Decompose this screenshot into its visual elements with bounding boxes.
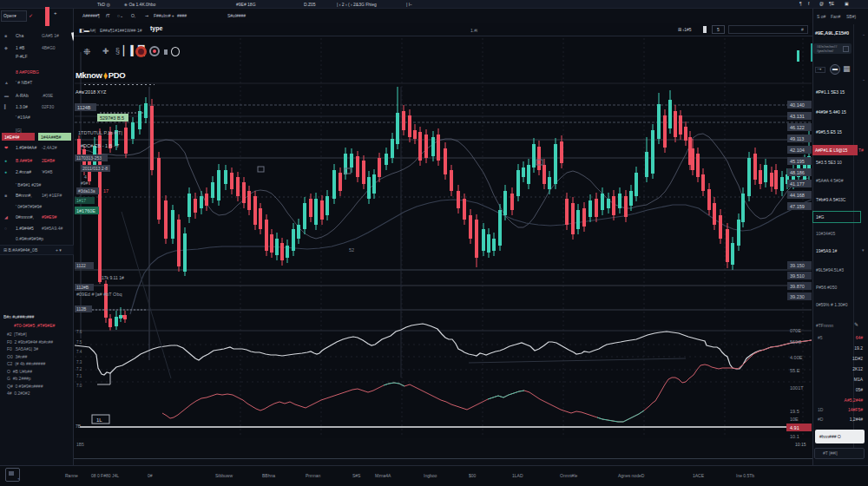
svg-text:39.230: 39.230 — [790, 294, 805, 299]
svg-text:112#B: 112#B — [76, 285, 89, 290]
svg-text:1#1760E: 1#1760E — [76, 208, 95, 213]
svg-text:7B: 7B — [76, 424, 82, 429]
svg-text:112B: 112B — [76, 306, 87, 312]
svg-text:45.195: 45.195 — [790, 159, 805, 164]
svg-text:7.2: 7.2 — [76, 367, 82, 371]
svg-text:19.5: 19.5 — [790, 409, 799, 414]
svg-text:42.104: 42.104 — [790, 148, 805, 153]
svg-text:1124B: 1124B — [77, 105, 91, 110]
svg-text:48.186: 48.186 — [790, 170, 805, 175]
svg-text:1TDTUTUL P.1b #|T|: 1TDTUTUL P.1b #|T| — [78, 130, 122, 135]
svg-text:4.00E: 4.00E — [790, 355, 803, 360]
svg-text:7.6: 7.6 — [76, 330, 82, 334]
svg-text:49.113: 49.113 — [790, 136, 804, 141]
svg-text:1L: 1L — [96, 417, 102, 423]
svg-text:7.4: 7.4 — [76, 350, 82, 354]
svg-text:2011/013 2-8: 2011/013 2-8 — [82, 166, 108, 171]
svg-text:17: 17 — [103, 188, 108, 194]
svg-text:7.1: 7.1 — [76, 374, 82, 378]
svg-text:1170313-253: 1170313-253 — [76, 155, 102, 161]
svg-text:5297#3 B.5: 5297#3 B.5 — [100, 115, 124, 121]
svg-text:44.168: 44.168 — [790, 193, 805, 198]
svg-text:52: 52 — [349, 247, 354, 253]
svg-text:1122: 1122 — [76, 263, 86, 268]
svg-text:#09Ed # [a# #bT Obq: #09Ed # [a# #bT Obq — [76, 292, 122, 297]
svg-text:41.177: 41.177 — [790, 181, 805, 187]
svg-text:1#17: 1#17 — [76, 198, 86, 203]
svg-text:#DC# CB - 1 B - 7: #DC# CB - 1 B - 7 — [81, 143, 119, 148]
svg-text:39.870: 39.870 — [790, 284, 805, 289]
svg-text:39.510: 39.510 — [790, 273, 805, 279]
svg-text:1001T: 1001T — [790, 385, 804, 391]
svg-text:43.131: 43.131 — [790, 114, 805, 119]
svg-text:7.5: 7.5 — [76, 340, 82, 345]
svg-text:4.91: 4.91 — [790, 425, 799, 430]
svg-text:7.0: 7.0 — [76, 384, 82, 388]
svg-text:560G: 560G — [790, 339, 801, 345]
svg-text:39.150: 39.150 — [790, 263, 805, 268]
svg-text:4 .: 4 . — [84, 174, 89, 180]
svg-text:7.3: 7.3 — [76, 360, 82, 364]
svg-text:46.122: 46.122 — [790, 125, 805, 130]
svg-text:070E: 070E — [790, 328, 801, 333]
svg-text:#3da13a: #3da13a — [78, 188, 95, 194]
svg-text:17k 9.11 1#: 17k 9.11 1# — [102, 275, 124, 280]
svg-text:47.159: 47.159 — [790, 204, 805, 209]
svg-text:10E: 10E — [790, 417, 799, 422]
svg-text:55.E: 55.E — [790, 368, 800, 373]
svg-text:40.140: 40.140 — [790, 102, 805, 108]
svg-text:#9#: #9# — [81, 181, 89, 186]
